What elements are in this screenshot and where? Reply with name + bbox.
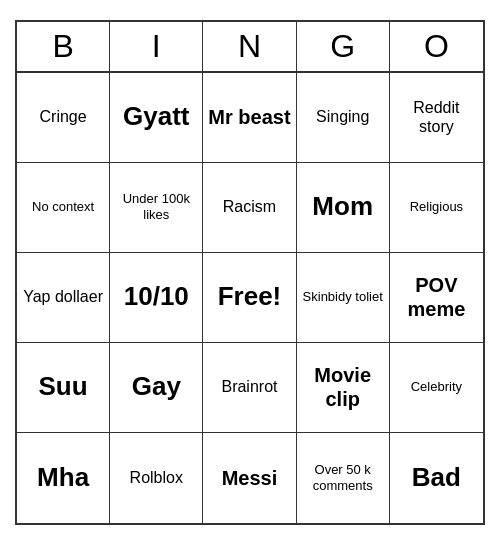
cell-text: Celebrity [411,379,462,395]
cell-text: Rolblox [130,468,183,487]
bingo-header: BINGO [17,22,483,73]
bingo-cell[interactable]: Mom [297,163,390,253]
cell-text: POV meme [394,273,479,321]
bingo-cell[interactable]: Mha [17,433,110,523]
cell-text: Bad [412,462,461,493]
cell-text: Yap dollaer [23,287,103,306]
cell-text: Messi [222,466,278,490]
bingo-cell[interactable]: Movie clip [297,343,390,433]
bingo-cell[interactable]: POV meme [390,253,483,343]
cell-text: Reddit story [394,98,479,136]
cell-text: Gyatt [123,101,189,132]
bingo-cell[interactable]: Over 50 k comments [297,433,390,523]
bingo-card: BINGO CringeGyattMr beastSingingReddit s… [15,20,485,525]
cell-text: Religious [410,199,463,215]
header-letter: G [297,22,390,71]
bingo-cell[interactable]: Gay [110,343,203,433]
cell-text: Racism [223,197,276,216]
cell-text: Suu [39,371,88,402]
bingo-cell[interactable]: Mr beast [203,73,296,163]
bingo-grid: CringeGyattMr beastSingingReddit storyNo… [17,73,483,523]
cell-text: Over 50 k comments [301,462,385,493]
bingo-cell[interactable]: Yap dollaer [17,253,110,343]
bingo-cell[interactable]: Brainrot [203,343,296,433]
cell-text: Mom [312,191,373,222]
cell-text: Skinbidy toliet [303,289,383,305]
bingo-cell[interactable]: Bad [390,433,483,523]
cell-text: Gay [132,371,181,402]
bingo-cell[interactable]: No context [17,163,110,253]
cell-text: 10/10 [124,281,189,312]
bingo-cell[interactable]: Racism [203,163,296,253]
bingo-cell[interactable]: Suu [17,343,110,433]
bingo-cell[interactable]: 10/10 [110,253,203,343]
bingo-cell[interactable]: Messi [203,433,296,523]
cell-text: Singing [316,107,369,126]
bingo-cell[interactable]: Singing [297,73,390,163]
bingo-cell[interactable]: Reddit story [390,73,483,163]
bingo-cell[interactable]: Religious [390,163,483,253]
bingo-cell[interactable]: Free! [203,253,296,343]
header-letter: I [110,22,203,71]
cell-text: Under 100k likes [114,191,198,222]
cell-text: Mr beast [208,105,290,129]
bingo-cell[interactable]: Cringe [17,73,110,163]
cell-text: Brainrot [221,377,277,396]
cell-text: Cringe [40,107,87,126]
header-letter: N [203,22,296,71]
bingo-cell[interactable]: Under 100k likes [110,163,203,253]
bingo-cell[interactable]: Gyatt [110,73,203,163]
bingo-cell[interactable]: Celebrity [390,343,483,433]
header-letter: B [17,22,110,71]
cell-text: Mha [37,462,89,493]
header-letter: O [390,22,483,71]
bingo-cell[interactable]: Rolblox [110,433,203,523]
bingo-cell[interactable]: Skinbidy toliet [297,253,390,343]
cell-text: Movie clip [301,363,385,411]
cell-text: No context [32,199,94,215]
cell-text: Free! [218,281,282,312]
